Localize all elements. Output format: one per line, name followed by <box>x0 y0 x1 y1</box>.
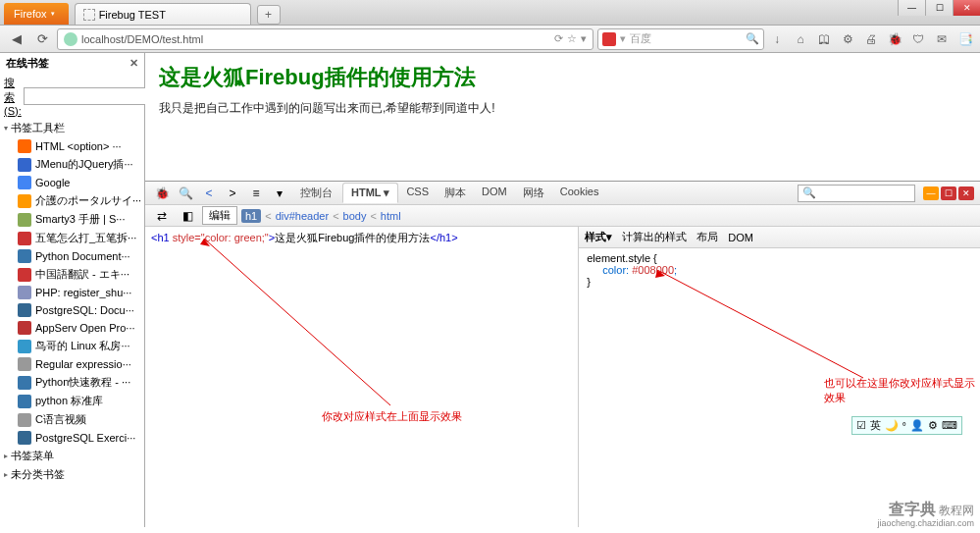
toolbar-icon-5[interactable]: 🐞 <box>886 30 903 48</box>
bookmark-item[interactable]: AppServ Open Pro··· <box>0 319 144 337</box>
urlbar-drop-icon[interactable]: ▾ <box>581 32 587 45</box>
nav-prev-button[interactable]: < <box>198 184 220 203</box>
close-icon: ✕ <box>963 3 971 13</box>
toggle-1-button[interactable]: ⇄ <box>151 206 173 226</box>
edit-button[interactable]: 编辑 <box>202 206 237 225</box>
url-bar[interactable]: localhost/DEMO/test.html ⟳ ☆ ▾ <box>57 28 593 50</box>
bug-icon: 🐞 <box>155 187 170 200</box>
firebug-tab-css[interactable]: CSS <box>398 183 437 203</box>
bookmark-item[interactable]: Regular expressio··· <box>0 355 144 373</box>
firefox-menu-button[interactable]: Firefox ▾ <box>4 3 69 25</box>
toolbar-icons: ↓⌂🕮⚙🖨🐞🛡✉📑 <box>768 30 974 48</box>
bookmark-item[interactable]: PostgreSQL Exerci··· <box>0 429 144 447</box>
firebug-panel: 🐞 🔍 < > ≡ ▾ 控制台 HTML ▾CSS脚本DOM网络Cookies … <box>145 181 980 527</box>
toolbar-icon-4[interactable]: 🖨 <box>862 30 880 48</box>
ime-icon-3[interactable]: ° <box>903 420 906 432</box>
favicon <box>18 213 31 227</box>
ime-icon-5[interactable]: ⚙ <box>928 419 938 432</box>
page-paragraph: 我只是把自己工作中遇到的问题写出来而已,希望能帮到同道中人! <box>159 100 966 117</box>
breadcrumb-div[interactable]: div#header <box>276 210 329 222</box>
side-tab-layout[interactable]: 布局 <box>696 230 718 244</box>
toggle-2-button[interactable]: ◧ <box>177 206 198 226</box>
css-rules[interactable]: element.style { color: #008000; } 也可以在这里… <box>579 248 980 527</box>
firebug-minimize-button[interactable]: — <box>923 187 939 200</box>
breadcrumb-body[interactable]: body <box>343 210 367 222</box>
folder-menu[interactable]: ▸ 书签菜单 <box>0 447 144 465</box>
window-minimize-button[interactable]: — <box>898 0 925 16</box>
search-go-icon[interactable]: 🔍 <box>746 32 759 45</box>
search-box[interactable]: ▾ 百度 🔍 <box>597 28 764 50</box>
menu-icon: ≡ <box>252 187 259 200</box>
inspect-button[interactable]: 🔍 <box>175 184 196 203</box>
ime-icon-0[interactable]: ☑ <box>856 419 866 432</box>
firebug-toolbar: 🐞 🔍 < > ≡ ▾ 控制台 HTML ▾CSS脚本DOM网络Cookies … <box>145 182 980 205</box>
bookmark-label: C语言视频 <box>35 412 86 427</box>
bookmark-item[interactable]: 鸟哥的 Linux 私房··· <box>0 337 144 355</box>
ime-icon-6[interactable]: ⌨ <box>942 419 957 432</box>
ime-icon-1[interactable]: 英 <box>870 418 881 433</box>
back-button[interactable]: ◀ <box>6 28 27 50</box>
search-drop-icon[interactable]: ▾ <box>620 32 626 45</box>
bookmark-item[interactable]: Smarty3 手册 | S··· <box>0 210 144 229</box>
sidebar-close-button[interactable]: ✕ <box>129 57 138 70</box>
bookmark-item[interactable]: HTML <option> ··· <box>0 137 144 155</box>
toolbar-icon-3[interactable]: ⚙ <box>839 30 856 48</box>
side-tab-dom[interactable]: DOM <box>728 232 753 243</box>
ime-icon-2[interactable]: 🌙 <box>885 419 899 432</box>
bookmark-star-icon[interactable]: ☆ <box>567 32 577 45</box>
window-maximize-button[interactable]: ☐ <box>925 0 953 16</box>
new-tab-button[interactable]: + <box>257 5 281 25</box>
bookmark-item[interactable]: C语言视频 <box>0 410 144 429</box>
bookmark-item[interactable]: python 标准库 <box>0 392 144 410</box>
firebug-icon[interactable]: 🐞 <box>151 184 173 203</box>
side-tab-computed[interactable]: 计算出的样式 <box>622 230 687 244</box>
nav-next-button[interactable]: > <box>222 184 243 203</box>
folder-toolbar[interactable]: ▾ 书签工具栏 <box>0 119 144 137</box>
breadcrumb-h1[interactable]: h1 <box>241 209 261 223</box>
firebug-search[interactable]: 🔍 <box>798 185 915 202</box>
urlbar-reload-icon[interactable]: ⟳ <box>554 32 563 45</box>
html-code-line[interactable]: <h1 style="color: green;">这是火狐Firebug插件的… <box>151 231 572 245</box>
firebug-tab-脚本[interactable]: 脚本 <box>437 183 474 203</box>
firebug-close-button[interactable]: ✕ <box>958 187 974 200</box>
firebug-tab-dom[interactable]: DOM <box>474 183 515 203</box>
reload-button[interactable]: ⟳ <box>31 28 53 50</box>
window-close-button[interactable]: ✕ <box>953 0 980 16</box>
ime-icon-4[interactable]: 👤 <box>910 419 924 432</box>
toolbar-icon-7[interactable]: ✉ <box>933 30 951 48</box>
breadcrumb-html[interactable]: html <box>381 210 401 222</box>
twist-closed-icon: ▸ <box>4 470 8 479</box>
browser-tab[interactable]: Firebug TEST <box>75 3 251 25</box>
bookmark-item[interactable]: Google <box>0 174 144 191</box>
bookmark-label: AppServ Open Pro··· <box>35 322 135 334</box>
toolbar-icon-1[interactable]: ⌂ <box>792 30 809 48</box>
svg-line-0 <box>204 239 390 405</box>
toolbar-icon-2[interactable]: 🕮 <box>815 30 833 48</box>
firebug-tab-网络[interactable]: 网络 <box>515 183 552 203</box>
firebug-detach-button[interactable]: ☐ <box>941 187 956 200</box>
console-drop-button[interactable]: ▾ <box>269 184 290 203</box>
favicon <box>18 268 31 282</box>
bookmark-item[interactable]: 中国語翻訳 - エキ··· <box>0 265 144 284</box>
html-panel[interactable]: <h1 style="color: green;">这是火狐Firebug插件的… <box>145 227 578 527</box>
tab-console[interactable]: 控制台 <box>292 183 340 203</box>
bookmark-item[interactable]: PostgreSQL: Docu··· <box>0 301 144 319</box>
toolbar-icon-6[interactable]: 🛡 <box>909 30 927 48</box>
reload-icon: ⟳ <box>37 31 48 46</box>
watermark: 查字典 教程网 jiaocheng.chazidian.com <box>877 500 974 529</box>
bookmark-item[interactable]: 介護のポータルサイ··· <box>0 191 144 210</box>
bookmark-item[interactable]: Python Document··· <box>0 247 144 265</box>
ime-toolbar[interactable]: ☑英🌙°👤⚙⌨ <box>851 416 962 435</box>
panels-menu-button[interactable]: ≡ <box>245 184 267 203</box>
bookmark-item[interactable]: Python快速教程 - ··· <box>0 373 144 392</box>
toolbar-icon-0[interactable]: ↓ <box>768 30 786 48</box>
folder-unsorted[interactable]: ▸ 未分类书签 <box>0 465 144 484</box>
firebug-tab-html[interactable]: HTML ▾ <box>342 183 398 203</box>
bookmark-item[interactable]: JMenu的JQuery插··· <box>0 155 144 174</box>
toolbar-icon-8[interactable]: 📑 <box>956 30 974 48</box>
bookmark-item[interactable]: PHP: register_shu··· <box>0 284 144 301</box>
bookmark-item[interactable]: 五笔怎么打_五笔拆··· <box>0 229 144 247</box>
side-tab-style[interactable]: 样式▾ <box>585 230 612 244</box>
firebug-tab-cookies[interactable]: Cookies <box>552 183 607 203</box>
css-property-line[interactable]: color: #008000; <box>602 264 972 276</box>
